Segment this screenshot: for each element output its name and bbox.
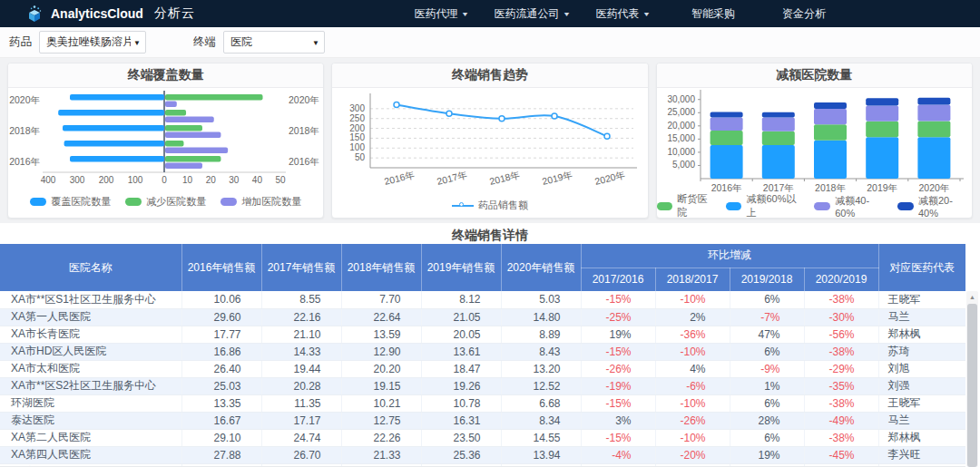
pct-value: 2% xyxy=(655,308,730,326)
reduction-legend: 断货医院减额60%以上减额40-60%减额20-40% xyxy=(657,192,972,219)
nav-item-3[interactable]: 医药代表▼ xyxy=(577,6,668,22)
hospital-name: XA市HD区人民医院 xyxy=(0,343,181,360)
sales-table-body: XA市**区S1社区卫生服务中心10.068.557.708.125.03-15… xyxy=(0,291,965,467)
table-row[interactable]: XA第一人民医院29.6022.1622.6421.0514.80-25%2%-… xyxy=(0,308,965,326)
pct-value: -35% xyxy=(804,377,878,394)
svg-text:25,000: 25,000 xyxy=(667,107,695,117)
sales-value: 8.12 xyxy=(421,291,501,308)
reduction-panel-title: 减额医院数量 xyxy=(657,63,972,88)
reduction-panel: 减额医院数量 5,00010,00015,00020,00025,00030,0… xyxy=(656,63,973,219)
reduction-panel-body: 5,00010,00015,00020,00025,00030,0002016年… xyxy=(657,88,972,219)
sales-table-head: 医院名称2016年销售额2017年销售额2018年销售额2019年销售额2020… xyxy=(0,244,965,291)
caret-down-icon: ▼ xyxy=(312,39,319,47)
svg-text:20: 20 xyxy=(206,175,217,185)
nav-item-label: 医药代理 xyxy=(415,6,458,22)
legend-item[interactable]: 减少医院数量 xyxy=(125,195,206,209)
table-row[interactable]: XA市HD区人民医院16.8614.3312.9013.618.43-15%-1… xyxy=(0,343,965,360)
col-header: 医院名称 xyxy=(0,244,181,291)
drug-select[interactable]: 奥美拉唑镁肠溶片70m ▼ xyxy=(39,31,146,54)
svg-text:0: 0 xyxy=(162,175,167,185)
svg-text:2020年: 2020年 xyxy=(9,94,40,105)
legend-label: 覆盖医院数量 xyxy=(51,195,111,209)
pct-value: -29% xyxy=(804,360,878,377)
sales-value: 24.74 xyxy=(261,429,341,446)
pct-value: -4% xyxy=(581,446,655,463)
drug-select-value: 奥美拉唑镁肠溶片70m xyxy=(46,34,131,50)
sales-value: 19.44 xyxy=(261,360,341,377)
table-row[interactable]: XA市**区S1社区卫生服务中心10.068.557.708.125.03-15… xyxy=(0,291,965,308)
col-header: 2019年销售额 xyxy=(421,244,501,291)
table-row[interactable]: XA市太和医院26.4019.4420.2018.4713.20-26%4%-9… xyxy=(0,360,965,377)
svg-text:300: 300 xyxy=(70,175,85,185)
sales-value: 11.35 xyxy=(261,394,341,412)
pct-value: -38% xyxy=(804,429,878,446)
sales-value: 26.70 xyxy=(261,446,341,463)
legend-item[interactable]: 断货医院 xyxy=(657,192,717,219)
legend-item[interactable]: 药品销售额 xyxy=(452,199,528,212)
pct-value: 4% xyxy=(655,360,730,377)
rep-name: 刘强 xyxy=(878,377,965,394)
charts-row: 终端覆盖数量 2020年2020年2018年2018年2016年2016年400… xyxy=(0,58,980,219)
scrollbar-thumb[interactable] xyxy=(967,304,977,467)
sales-value: 21.33 xyxy=(341,446,421,463)
trend-chart: 501001502002503002016年2017年2018年2019年202… xyxy=(332,88,645,193)
legend-item[interactable]: 减额20-40% xyxy=(897,194,972,219)
table-row[interactable]: XA第四人民医院27.8826.7021.3325.3613.94-4%-20%… xyxy=(0,446,965,463)
nav-item-5[interactable]: 资金分析 xyxy=(759,6,849,22)
table-row[interactable]: XA市长青医院17.7721.1013.5920.058.8919%-36%47… xyxy=(0,326,965,343)
legend-marker xyxy=(726,202,742,210)
legend-marker xyxy=(220,198,237,206)
sales-table: 医院名称2016年销售额2017年销售额2018年销售额2019年销售额2020… xyxy=(0,244,965,467)
svg-text:20,000: 20,000 xyxy=(667,121,695,131)
svg-text:250: 250 xyxy=(350,113,366,123)
sales-value: 13.35 xyxy=(181,394,261,412)
trend-panel-body: 501001502002503002016年2017年2018年2019年202… xyxy=(332,88,647,212)
terminal-select[interactable]: 医院 ▼ xyxy=(223,31,325,54)
svg-text:150: 150 xyxy=(350,132,366,142)
sales-value: 19.26 xyxy=(421,377,501,394)
col-header: 2020年销售额 xyxy=(501,244,581,291)
table-row[interactable]: XA第二人民医院29.1024.7422.2623.5014.55-15%-10… xyxy=(0,429,965,446)
sales-value: 14.33 xyxy=(261,343,341,360)
trend-panel-title: 终端销售趋势 xyxy=(332,63,647,88)
sales-value: 29.10 xyxy=(181,429,261,446)
sales-value: 13.61 xyxy=(421,343,501,360)
pct-value: 1% xyxy=(730,377,804,394)
nav-item-4[interactable]: 智能采购 xyxy=(668,6,759,22)
legend-item[interactable]: 覆盖医院数量 xyxy=(30,195,111,209)
sales-value: 8.34 xyxy=(501,412,581,429)
legend-item[interactable]: 减额60%以上 xyxy=(726,192,806,219)
pct-value: -36% xyxy=(655,326,730,343)
rep-name: 郑林枫 xyxy=(878,326,965,343)
sales-value: 5.03 xyxy=(501,291,581,308)
legend-item[interactable]: 减额40-60% xyxy=(814,194,888,219)
hospital-name: XA第一人民医院 xyxy=(0,308,181,326)
table-row[interactable]: XA市**区S2社区卫生服务中心25.0320.2819.1519.2612.5… xyxy=(0,377,965,394)
sales-value: 16.67 xyxy=(181,412,261,429)
sales-value: 10.78 xyxy=(421,394,501,412)
rep-name: 郑林枫 xyxy=(878,429,965,446)
svg-text:2017年: 2017年 xyxy=(436,169,468,187)
nav-item-2[interactable]: 医药流通公司▼ xyxy=(486,6,577,22)
sales-value: 19.15 xyxy=(341,377,421,394)
table-row[interactable]: 泰达医院16.6717.1712.7516.318.343%-26%28%-49… xyxy=(0,412,965,429)
vertical-scrollbar[interactable]: ▲ xyxy=(966,291,978,467)
table-row[interactable]: 环湖医院13.3511.3510.2110.786.68-15%-10%6%-3… xyxy=(0,394,965,412)
rep-name: 李兴旺 xyxy=(878,446,965,463)
svg-text:400: 400 xyxy=(41,175,56,185)
hospital-name: 泰达医院 xyxy=(0,412,181,429)
svg-text:200: 200 xyxy=(350,123,366,133)
svg-text:2016年: 2016年 xyxy=(383,169,416,187)
filter-bar: 药品 奥美拉唑镁肠溶片70m ▼ 终端 医院 ▼ xyxy=(0,27,980,58)
pct-value: -10% xyxy=(655,291,730,308)
svg-text:15,000: 15,000 xyxy=(667,133,695,143)
legend-label: 断货医院 xyxy=(677,192,716,219)
chevron-down-icon: ▼ xyxy=(562,11,570,17)
sales-value: 12.52 xyxy=(501,377,581,394)
legend-item[interactable]: 增加医院数量 xyxy=(220,195,301,209)
sales-value: 18.47 xyxy=(421,360,501,377)
nav-item-1[interactable]: 医药代理▼ xyxy=(396,6,486,22)
scroll-up-icon[interactable]: ▲ xyxy=(966,291,978,303)
legend-marker xyxy=(897,202,914,210)
sales-value: 21.10 xyxy=(261,326,341,343)
